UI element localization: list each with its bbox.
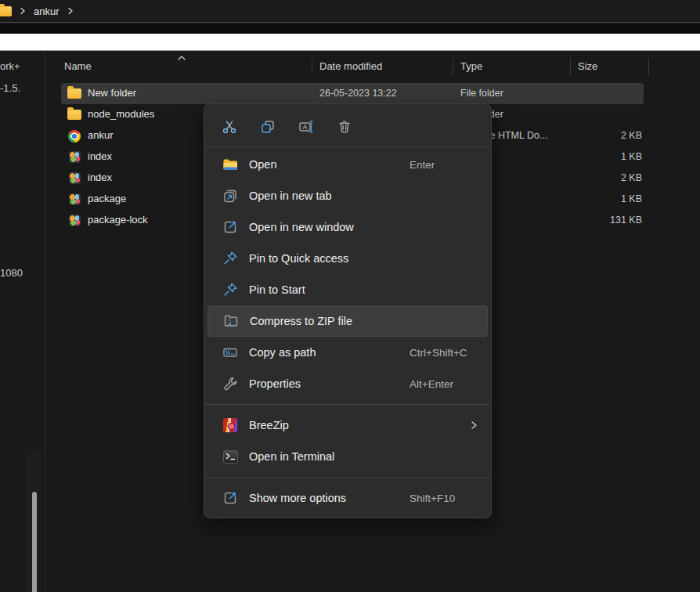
file-size: 131 KB xyxy=(610,215,642,226)
menu-item-shortcut: Enter xyxy=(410,159,435,171)
file-name: node_modules xyxy=(88,108,154,120)
delete-icon xyxy=(337,119,352,135)
wrench-icon xyxy=(222,375,239,392)
menu-item-properties[interactable]: Properties Alt+Enter xyxy=(204,368,491,399)
column-header-size[interactable]: Size xyxy=(578,60,597,72)
menu-item-label: Open in new window xyxy=(249,221,354,233)
file-type-icon xyxy=(67,150,81,164)
menu-item-shortcut: Ctrl+Shift+C xyxy=(410,347,467,359)
column-divider[interactable] xyxy=(570,58,571,75)
file-name: package-lock xyxy=(88,214,148,226)
menu-item-open-in-new-window[interactable]: Open in new window xyxy=(204,211,491,243)
menu-item-label: BreeZip xyxy=(249,419,289,431)
file-size: 2 KB xyxy=(621,172,642,183)
chrome-icon xyxy=(67,129,81,143)
file-name: index xyxy=(88,150,112,162)
folder-icon xyxy=(0,6,12,16)
menu-item-show-more-options[interactable]: Show more options Shift+F10 xyxy=(204,482,491,514)
quick-actions-row: A xyxy=(204,109,491,145)
pane-divider[interactable] xyxy=(45,51,45,592)
nav-item-clipped[interactable]: -1.5. xyxy=(0,82,20,94)
file-row-new-folder[interactable]: New folder 26-05-2023 13:22 File folder xyxy=(61,83,644,104)
open-new-window-icon xyxy=(222,218,239,236)
rename-icon: A xyxy=(298,119,314,135)
cut-button[interactable] xyxy=(217,114,242,139)
breezip-icon xyxy=(222,417,239,434)
menu-item-open-in-terminal[interactable]: Open in Terminal xyxy=(204,441,491,472)
folder-open-icon xyxy=(222,156,239,173)
nav-item-clipped[interactable]: ork+ xyxy=(0,60,20,72)
context-menu: A Open Enter xyxy=(204,103,492,518)
menu-item-label: Pin to Start xyxy=(249,283,305,296)
copy-icon xyxy=(260,119,276,135)
column-divider[interactable] xyxy=(648,58,649,75)
menu-item-label: Show more options xyxy=(249,492,346,504)
menu-item-label: Open in Terminal xyxy=(249,450,334,463)
file-date: 26-05-2023 13:22 xyxy=(319,88,397,99)
rename-button[interactable]: A xyxy=(294,114,319,139)
scrollbar-track[interactable] xyxy=(26,450,41,592)
file-name: index xyxy=(88,171,112,183)
menu-item-copy-as-path[interactable]: Copy as path Ctrl+Shift+C xyxy=(204,337,491,368)
file-name: package xyxy=(88,193,126,204)
breadcrumb: ankur xyxy=(0,0,700,23)
column-header-name[interactable]: Name xyxy=(64,60,92,72)
file-name: ankur xyxy=(88,129,114,141)
file-type: File folder xyxy=(460,88,503,99)
navigation-pane: ork+ -1.5. 1080 xyxy=(0,51,45,592)
file-size: 1 KB xyxy=(621,193,642,204)
command-bar-band xyxy=(0,34,700,51)
menu-item-label: Pin to Quick access xyxy=(249,252,348,265)
menu-separator xyxy=(205,477,490,478)
menu-item-pin-to-start[interactable]: Pin to Start xyxy=(204,274,491,305)
copy-button[interactable] xyxy=(255,114,280,139)
column-headers: Name Date modified Type Size xyxy=(47,53,700,80)
zip-folder-icon xyxy=(222,312,240,330)
cut-icon xyxy=(222,119,237,135)
sort-ascending-icon xyxy=(177,52,186,63)
column-header-type[interactable]: Type xyxy=(460,60,482,72)
menu-item-shortcut: Alt+Enter xyxy=(410,378,453,390)
folder-icon xyxy=(67,108,81,121)
menu-item-label: Compress to ZIP file xyxy=(250,315,352,327)
toolbar-strip xyxy=(0,23,700,34)
file-size: 1 KB xyxy=(621,151,642,162)
delete-button[interactable] xyxy=(332,114,357,139)
breadcrumb-item-ankur[interactable]: ankur xyxy=(34,5,60,17)
copy-path-icon xyxy=(222,344,239,361)
menu-item-compress-to-zip[interactable]: Compress to ZIP file xyxy=(207,305,488,337)
column-divider[interactable] xyxy=(312,58,312,75)
menu-item-label: Open in new tab xyxy=(249,190,332,202)
file-size: 2 KB xyxy=(621,130,642,141)
file-name: New folder xyxy=(88,87,136,99)
column-divider[interactable] xyxy=(453,58,453,75)
terminal-icon xyxy=(222,448,239,465)
menu-item-pin-to-quick-access[interactable]: Pin to Quick access xyxy=(204,243,491,274)
nav-item-clipped[interactable]: 1080 xyxy=(0,267,23,279)
menu-separator xyxy=(205,404,490,405)
show-more-icon xyxy=(222,489,239,507)
pin-icon xyxy=(222,281,239,298)
menu-item-label: Open xyxy=(249,158,276,171)
svg-text:A: A xyxy=(303,123,308,131)
menu-item-breezip[interactable]: BreeZip xyxy=(204,410,491,441)
scrollbar-thumb[interactable] xyxy=(32,492,37,592)
chevron-right-icon[interactable] xyxy=(67,7,74,15)
file-type-icon xyxy=(67,193,81,206)
file-type-icon xyxy=(67,171,81,185)
menu-item-open-in-new-tab[interactable]: Open in new tab xyxy=(204,180,491,211)
menu-item-shortcut: Shift+F10 xyxy=(410,493,455,504)
pin-icon xyxy=(222,250,239,267)
chevron-right-icon xyxy=(19,7,27,15)
file-type-icon xyxy=(67,214,81,227)
column-header-date-modified[interactable]: Date modified xyxy=(319,60,382,72)
submenu-chevron-icon xyxy=(469,420,478,431)
menu-separator xyxy=(205,146,490,147)
menu-item-label: Properties xyxy=(249,377,301,390)
open-new-tab-icon xyxy=(222,187,239,204)
folder-icon xyxy=(67,87,81,100)
menu-item-label: Copy as path xyxy=(249,346,316,359)
file-explorer-window: ankur ork+ -1.5. 1080 Name Date modified… xyxy=(0,0,700,592)
menu-item-open[interactable]: Open Enter xyxy=(204,149,491,180)
